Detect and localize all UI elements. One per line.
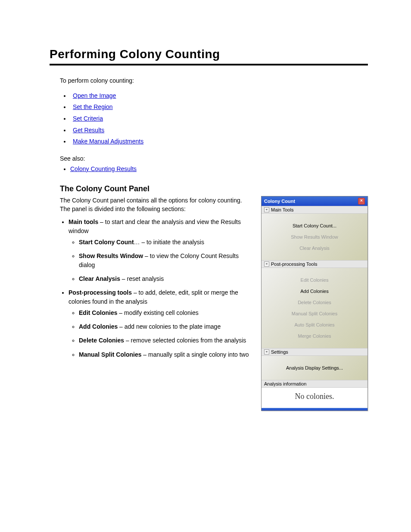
bullet-show-results: Show Results Window – to view the Colony… <box>79 252 252 269</box>
analysis-info-text: No colonies. <box>262 388 367 408</box>
see-also-label: See also: <box>60 155 368 162</box>
section-head-main[interactable]: « Main Tools <box>262 206 367 214</box>
close-icon[interactable]: × <box>358 198 365 205</box>
link-manual-adj[interactable]: Make Manual Adjustments <box>73 138 143 145</box>
section-head-info-label: Analysis information <box>264 381 306 386</box>
tool-display-settings[interactable]: Analysis Display Settings... <box>264 365 365 370</box>
bullet-main-tools: Main tools – to start and clear the anal… <box>68 218 252 283</box>
tool-manual-split: Manual Split Colonies <box>264 311 365 316</box>
section-head-settings-label: Settings <box>271 349 288 355</box>
subheading: The Colony Count Panel <box>60 184 368 193</box>
link-open-image[interactable]: Open the Image <box>73 92 116 99</box>
title-rule <box>50 64 368 65</box>
link-get-results[interactable]: Get Results <box>73 127 104 134</box>
tool-add-colonies[interactable]: Add Colonies <box>264 289 365 294</box>
chevron-icon: « <box>264 349 269 355</box>
tool-start-colony-count[interactable]: Start Colony Count... <box>264 223 365 228</box>
section-head-post[interactable]: « Post-processing Tools <box>262 260 367 268</box>
section-head-post-label: Post-processing Tools <box>271 261 317 267</box>
tool-auto-split: Auto Split Colonies <box>264 322 365 327</box>
panel-title: Colony Count <box>264 199 295 204</box>
chevron-icon: « <box>264 207 269 212</box>
chevron-icon: « <box>264 261 269 267</box>
description-column: The Colony Count panel contains all the … <box>60 196 252 364</box>
link-set-criteria[interactable]: Set Criteria <box>73 115 103 122</box>
panel-bottom-border <box>262 408 367 411</box>
tool-show-results: Show Results Window <box>264 234 365 240</box>
tool-clear-analysis: Clear Analysis <box>264 246 365 251</box>
colony-count-panel: Colony Count × « Main Tools Start Colony… <box>261 196 368 411</box>
bullet-manual-split: Manual Split Colonies – manually split a… <box>79 350 252 359</box>
section-head-main-label: Main Tools <box>271 207 293 212</box>
section-head-info[interactable]: Analysis information <box>262 380 367 388</box>
link-colony-results[interactable]: Colony Counting Results <box>70 165 137 172</box>
bullet-edit-colonies: Edit Colonies – modify existing cell col… <box>79 308 252 317</box>
intro-text: To perform colony counting: <box>60 77 368 85</box>
see-also-list: Colony Counting Results <box>70 165 368 172</box>
tool-delete-colonies: Delete Colonies <box>264 300 365 305</box>
bullet-add-colonies: Add Colonies – add new colonies to the p… <box>79 322 252 331</box>
steps-list: Open the Image Set the Region Set Criter… <box>70 90 368 147</box>
bullet-delete-colonies: Delete Colonies – remove selected coloni… <box>79 336 252 345</box>
panel-description: The Colony Count panel contains all the … <box>60 196 252 214</box>
tool-edit-colonies: Edit Colonies <box>264 277 365 283</box>
page-title: Performing Colony Counting <box>50 47 368 61</box>
tool-merge-colonies: Merge Colonies <box>264 333 365 339</box>
bullet-start-count: Start Colony Count… – to initiate the an… <box>79 238 252 246</box>
section-head-settings[interactable]: « Settings <box>262 348 367 356</box>
link-set-region[interactable]: Set the Region <box>73 103 113 110</box>
bullet-postproc-tools: Post-processing tools – to add, delete, … <box>68 288 252 359</box>
bullet-clear-analysis: Clear Analysis – reset analysis <box>79 274 252 283</box>
panel-titlebar[interactable]: Colony Count × <box>262 196 367 206</box>
